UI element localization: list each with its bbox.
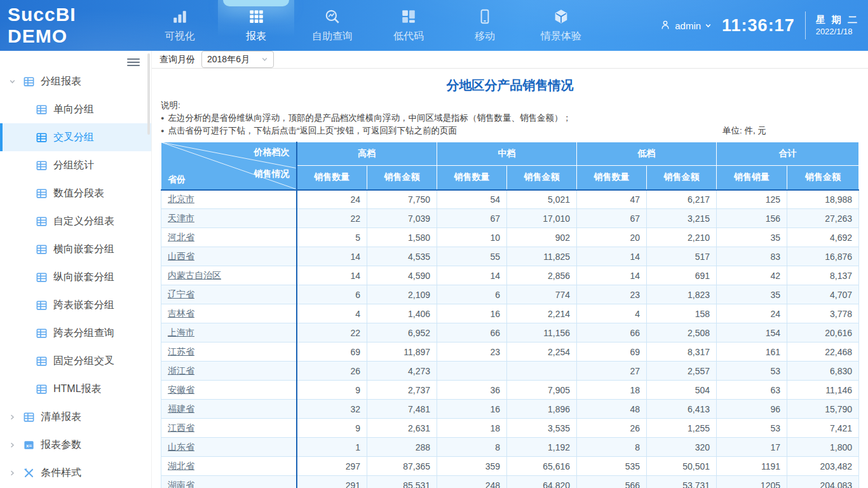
value-cell: 14 [297, 247, 367, 266]
value-cell: 7,039 [367, 209, 437, 228]
value-cell: 14 [577, 247, 647, 266]
province-link[interactable]: 山西省 [168, 251, 194, 261]
value-cell: 20,616 [787, 323, 859, 342]
sub-column-header: 销售金额 [647, 166, 717, 190]
value-cell: 96 [717, 400, 787, 419]
value-cell: 16 [437, 400, 507, 419]
province-link[interactable]: 内蒙古自治区 [168, 270, 221, 280]
sub-column-header: 销售金额 [367, 166, 437, 190]
value-cell: 774 [507, 285, 577, 304]
table-icon [36, 215, 48, 227]
province-link[interactable]: 浙江省 [168, 365, 194, 376]
chevron-down-icon [261, 56, 268, 63]
province-link[interactable]: 山东省 [168, 442, 194, 452]
nav-item-reports[interactable]: 报表 [218, 0, 294, 51]
nav-item-low-code[interactable]: 低代码 [370, 0, 447, 51]
sidebar-item[interactable]: 跨表嵌套分组 [0, 291, 151, 319]
value-cell: 69 [297, 342, 367, 362]
value-cell: 691 [647, 266, 717, 285]
value-cell: 66 [577, 323, 647, 342]
page-title: 分地区分产品销售情况 [161, 77, 859, 93]
bar-chart-icon [172, 8, 188, 25]
value-cell: 203,482 [787, 457, 859, 476]
value-cell: 6,413 [647, 400, 717, 419]
menu-toggle-icon[interactable] [127, 57, 140, 68]
table-row: 天津市227,0396717,010673,21515627,263 [161, 209, 859, 228]
province-link[interactable]: 北京市 [168, 194, 194, 204]
value-cell: 4,707 [787, 285, 859, 304]
province-link[interactable]: 湖北省 [168, 461, 194, 471]
sidebar-item[interactable]: 固定分组交叉 [0, 347, 151, 375]
sidebar-group-conditional-styles[interactable]: 条件样式 [0, 459, 151, 487]
sidebar-item[interactable]: 分组统计 [0, 151, 151, 179]
value-cell: 11,146 [787, 381, 859, 400]
value-cell: 50,501 [647, 457, 717, 476]
sub-column-header: 销售销量 [717, 166, 787, 190]
value-cell: 125 [717, 190, 787, 209]
sidebar-group-report-params[interactable]: x=报表参数 [0, 431, 151, 459]
value-cell: 22,468 [787, 342, 859, 362]
table-row: 北京市247,750545,021476,21712518,988 [161, 190, 859, 209]
province-link[interactable]: 天津市 [168, 213, 194, 223]
sidebar-item[interactable]: 自定义分组表 [0, 207, 151, 235]
sidebar-group-grouped-reports[interactable]: 分组报表 [0, 67, 151, 95]
province-link[interactable]: 江西省 [168, 423, 194, 433]
sidebar-item-label: 交叉分组 [53, 131, 94, 144]
sidebar-item[interactable]: 单向分组 [0, 95, 151, 123]
table-icon [36, 159, 48, 172]
value-cell: 83 [717, 247, 787, 266]
header-right: admin 11:36:17 星 期 二 2022/1/18 [660, 11, 868, 39]
main-nav: 可视化报表自助查询低代码移动情景体验 [142, 0, 599, 51]
province-link[interactable]: 湖南省 [168, 480, 194, 488]
nav-item-label: 移动 [475, 30, 495, 43]
province-link[interactable]: 江苏省 [168, 346, 194, 356]
value-cell: 161 [717, 342, 787, 362]
sidebar-item[interactable]: HTML报表 [0, 375, 151, 403]
user-menu[interactable]: admin [660, 19, 712, 32]
province-link[interactable]: 上海市 [168, 327, 194, 337]
sidebar-item[interactable]: 交叉分组 [0, 123, 151, 151]
value-cell: 7,750 [367, 190, 437, 209]
sidebar-item[interactable]: 跨表分组查询 [0, 319, 151, 347]
province-link[interactable]: 福建省 [168, 403, 194, 414]
province-link[interactable]: 吉林省 [168, 308, 194, 318]
nav-item-scenario[interactable]: 情景体验 [523, 0, 599, 51]
value-cell: 55 [437, 247, 507, 266]
value-cell: 2,508 [647, 323, 717, 342]
table-icon [36, 355, 48, 367]
table-row: 山西省144,5355511,825145178316,876 [161, 247, 859, 266]
nav-item-self-service-query[interactable]: 自助查询 [294, 0, 370, 51]
value-cell: 69 [577, 342, 647, 362]
value-cell: 48 [577, 400, 647, 419]
province-link[interactable]: 安徽省 [168, 384, 194, 395]
column-group-header: 高档 [297, 142, 437, 166]
sidebar-group-label: 清单报表 [41, 410, 81, 424]
month-filter-label: 查询月份 [159, 54, 195, 65]
month-select[interactable]: 2018年6月 [201, 51, 274, 68]
value-cell: 1,580 [367, 228, 437, 247]
value-cell: 6,830 [787, 362, 859, 381]
value-cell: 504 [647, 381, 717, 400]
table-row: 湖北省29787,36535965,61653550,5011191203,48… [161, 457, 859, 476]
value-cell: 7,421 [787, 419, 859, 438]
value-cell: 4 [297, 304, 367, 323]
value-cell: 42 [717, 266, 787, 285]
nav-item-visualization[interactable]: 可视化 [142, 0, 218, 51]
note-line: ●左边分析的是省份维纵向浮动，顶部的是产品档次维横向浮动，中间区域是指标（销售数… [161, 112, 859, 125]
value-cell: 4,535 [367, 247, 437, 266]
province-link[interactable]: 辽宁省 [168, 289, 194, 299]
value-cell: 24 [297, 190, 367, 209]
sidebar-item-label: 横向嵌套分组 [53, 243, 114, 256]
province-link[interactable]: 河北省 [168, 232, 194, 242]
value-cell: 2,109 [367, 285, 437, 304]
style-brush-icon [23, 467, 35, 479]
value-cell: 53 [717, 419, 787, 438]
nav-item-mobile[interactable]: 移动 [447, 0, 523, 51]
sub-column-header: 销售数量 [577, 166, 647, 190]
value-cell: 35 [717, 228, 787, 247]
sidebar-item[interactable]: 纵向嵌套分组 [0, 263, 151, 291]
sidebar-item[interactable]: 横向嵌套分组 [0, 235, 151, 263]
value-cell: 24 [717, 304, 787, 323]
sidebar-group-list-reports[interactable]: 清单报表 [0, 403, 151, 431]
sidebar-item[interactable]: 数值分段表 [0, 179, 151, 207]
